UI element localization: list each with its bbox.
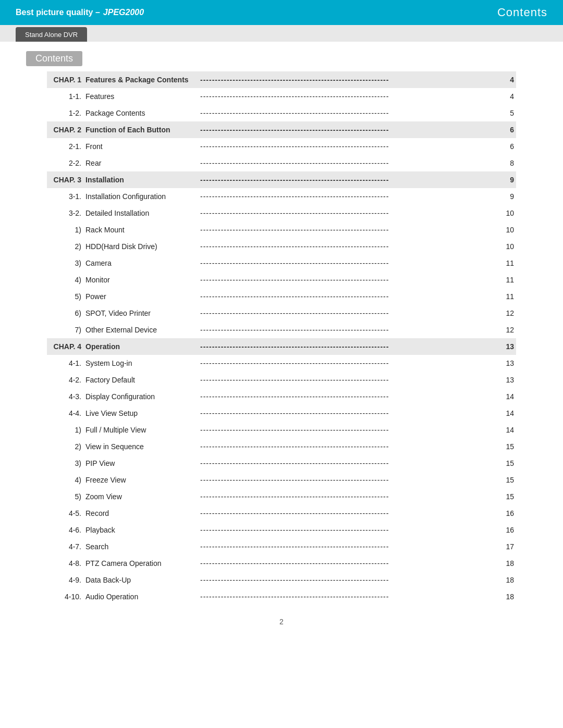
table-row: 2) HDD(Hard Disk Drive) ----------------… [47,238,516,255]
sub-tab-standalone[interactable]: Stand Alone DVR [16,27,87,42]
toc-page: 14 [495,388,516,405]
toc-dots: ----------------------------------------… [198,522,495,538]
toc-dots: ----------------------------------------… [198,538,495,555]
toc-page: 15 [495,455,516,472]
toc-dots: ----------------------------------------… [198,422,495,438]
toc-title: Audio Operation [83,588,198,605]
toc-num: 3) [47,455,83,472]
table-row: CHAP. 3 Installation -------------------… [47,171,516,188]
toc-title: Package Contents [83,105,198,121]
toc-page: 12 [495,322,516,338]
table-row: 2-2. Rear ------------------------------… [47,155,516,171]
toc-num: 5) [47,488,83,505]
table-row: 3) Camera ------------------------------… [47,255,516,272]
toc-num: 2) [47,238,83,255]
table-row: CHAP. 1 Features & Package Contents ----… [47,71,516,88]
table-row: 4-2. Factory Default -------------------… [47,372,516,388]
toc-num: 4-4. [47,405,83,422]
table-row: 4-7. Search ----------------------------… [47,538,516,555]
toc-num: 4-6. [47,522,83,538]
sub-tab-row: Stand Alone DVR [0,25,563,42]
page-wrapper: Best picture quality – JPEG2000 Contents… [0,0,563,728]
toc-title: Camera [83,255,198,272]
table-row: CHAP. 4 Operation ----------------------… [47,338,516,355]
toc-title: SPOT, Video Printer [83,305,198,322]
toc-title: Installation Configuration [83,188,198,205]
toc-dots: ----------------------------------------… [198,438,495,455]
toc-dots: ----------------------------------------… [198,505,495,522]
toc-dots: ----------------------------------------… [198,188,495,205]
toc-page: 16 [495,505,516,522]
toc-dots: ----------------------------------------… [198,105,495,121]
table-row: 4-9. Data Back-Up ----------------------… [47,572,516,588]
toc-title: Detailed Installation [83,205,198,221]
toc-num: 4) [47,272,83,288]
sub-tab-label: Stand Alone DVR [25,31,78,39]
table-row: 2) View in Sequence --------------------… [47,438,516,455]
toc-num: 1) [47,221,83,238]
toc-dots: ----------------------------------------… [198,355,495,372]
toc-title: Playback [83,522,198,538]
toc-title: Operation [83,338,198,355]
toc-page: 14 [495,405,516,422]
table-row: 4-10. Audio Operation ------------------… [47,588,516,605]
toc-dots: ----------------------------------------… [198,322,495,338]
toc-title: Zoom View [83,488,198,505]
table-row: 4-6. Playback --------------------------… [47,522,516,538]
toc-num: 2-2. [47,155,83,171]
toc-page: 6 [495,121,516,138]
toc-title: Function of Each Button [83,121,198,138]
toc-title: PTZ Camera Operation [83,555,198,572]
table-row: 5) Power -------------------------------… [47,288,516,305]
toc-num: 5) [47,288,83,305]
toc-dots: ----------------------------------------… [198,155,495,171]
toc-page: 18 [495,555,516,572]
toc-page: 10 [495,238,516,255]
header-brand: JPEG2000 [103,8,144,17]
toc-title: System Log-in [83,355,198,372]
table-row: 5) Zoom View ---------------------------… [47,488,516,505]
toc-num: 4-5. [47,505,83,522]
toc-num: 3) [47,255,83,272]
toc-page: 13 [495,372,516,388]
toc-dots: ----------------------------------------… [198,455,495,472]
toc-title: Data Back-Up [83,572,198,588]
toc-page: 9 [495,188,516,205]
toc-num: 4-10. [47,588,83,605]
toc-dots: ----------------------------------------… [198,305,495,322]
toc-title: HDD(Hard Disk Drive) [83,238,198,255]
toc-title: Installation [83,171,198,188]
toc-page: 8 [495,155,516,171]
toc-title: Rear [83,155,198,171]
table-row: 3-2. Detailed Installation -------------… [47,205,516,221]
toc-page: 14 [495,422,516,438]
toc-page: 15 [495,488,516,505]
table-row: 6) SPOT, Video Printer -----------------… [47,305,516,322]
toc-table: CHAP. 1 Features & Package Contents ----… [47,71,516,605]
contents-label-row: Contents [0,42,563,71]
toc-page: 4 [495,88,516,105]
toc-title: Full / Multiple View [83,422,198,438]
toc-page: 10 [495,221,516,238]
toc-title: Record [83,505,198,522]
toc-title: Freeze View [83,472,198,488]
contents-heading: Contents [26,51,82,66]
toc-dots: ----------------------------------------… [198,88,495,105]
toc-dots: ----------------------------------------… [198,255,495,272]
table-row: 4-4. Live View Setup -------------------… [47,405,516,422]
toc-dots: ----------------------------------------… [198,221,495,238]
toc-page: 10 [495,205,516,221]
toc-page: 11 [495,288,516,305]
header-contents-label: Contents [497,6,547,19]
table-row: 1-1. Features --------------------------… [47,88,516,105]
toc-title: Front [83,138,198,155]
toc-num: 7) [47,322,83,338]
toc-title: Features & Package Contents [83,71,198,88]
toc-dots: ----------------------------------------… [198,171,495,188]
toc-dots: ----------------------------------------… [198,138,495,155]
header-title-prefix: Best picture quality – [16,8,100,17]
toc-title: Factory Default [83,372,198,388]
table-row: 4-1. System Log-in ---------------------… [47,355,516,372]
toc-page: 15 [495,472,516,488]
toc-page: 13 [495,338,516,355]
